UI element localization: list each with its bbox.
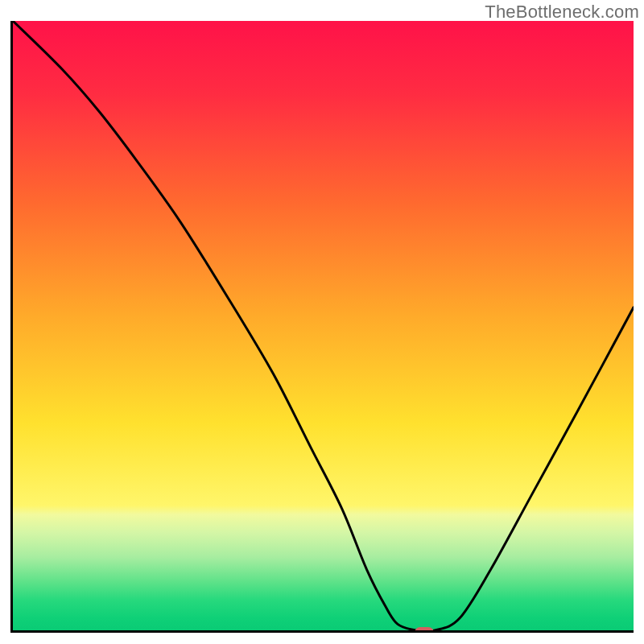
chart-container: TheBottleneck.com [0,0,644,644]
optimal-point-marker [415,627,434,633]
plot-area [10,21,634,633]
bottleneck-curve [13,21,634,630]
watermark-text: TheBottleneck.com [485,2,639,23]
curve-layer [13,21,634,630]
